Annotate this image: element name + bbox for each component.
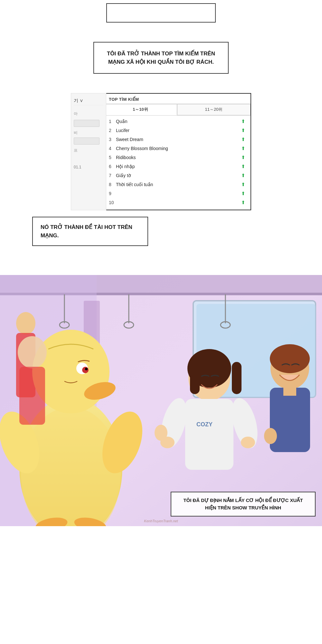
trend-icon-10: ⬆	[241, 200, 245, 205]
search-item-1[interactable]: 1 Quần ⬆	[104, 117, 251, 126]
trend-icon-6: ⬆	[241, 164, 245, 169]
manga-panel: COZY TÔI ĐÃ DỰ ĐỊNH NẮM LẤY CƠ HỘI ĐỂ ĐƯ…	[0, 275, 322, 526]
svg-rect-29	[190, 362, 200, 394]
item-name-3: Sweet Dream	[116, 137, 239, 142]
item-name-7: Giấy tờ	[116, 173, 239, 178]
svg-point-14	[16, 312, 35, 335]
item-name-2: Lucifer	[116, 128, 239, 133]
rank-4: 4	[109, 146, 116, 151]
rank-7: 7	[109, 173, 116, 178]
trend-icon-4: ⬆	[241, 146, 245, 151]
speech-text-1: TÔI ĐÃ TRỞ THÀNH TOP TÌM KIẾM TRÊN MẠNG …	[103, 50, 219, 66]
item-name-4: Cherry Blossom Blooming	[116, 146, 239, 151]
search-tabs[interactable]: 1～10위 11～20위	[104, 104, 251, 116]
trend-icon-1: ⬆	[241, 118, 245, 124]
panel-1	[0, 0, 322, 23]
side-navigation: 기 ∨ 아 비 프 01.1	[71, 93, 106, 210]
side-box-2	[74, 137, 99, 145]
panel-3-search: 기 ∨ 아 비 프 01.1 TOP TÌM KIẾM 1～10위 11～20위	[0, 87, 322, 213]
side-items: 아 비 프 01.1	[74, 111, 103, 169]
svg-rect-39	[270, 388, 310, 452]
rank-5: 5	[109, 155, 116, 160]
bottom-text: TÔI ĐÃ DỰ ĐỊNH NẮM LẤY CƠ HỘI ĐỂ ĐƯỢC XU…	[177, 497, 309, 511]
rank-8: 8	[109, 182, 116, 187]
svg-point-22	[85, 368, 88, 370]
speech-box-lower: NÓ TRỞ THÀNH ĐỀ TÀI HOT TRÊN MẠNG.	[32, 217, 148, 246]
svg-point-36	[241, 437, 255, 448]
search-ui: TOP TÌM KIẾM 1～10위 11～20위 1 Quần ⬆ 2 Luc…	[103, 93, 251, 210]
rank-1: 1	[109, 119, 116, 124]
search-item-3[interactable]: 3 Sweet Dream ⬆	[104, 135, 251, 144]
search-list: 1 Quần ⬆ 2 Lucifer ⬆ 3 Sweet Dream ⬆ 4 C…	[104, 116, 251, 210]
trend-icon-5: ⬆	[241, 155, 245, 160]
item-name-8: Thời tiết cuối tuần	[116, 182, 239, 187]
rank-3: 3	[109, 137, 116, 142]
search-item-10[interactable]: 10 ⬆	[104, 198, 251, 207]
svg-rect-40	[283, 386, 296, 396]
trend-icon-3: ⬆	[241, 137, 245, 142]
search-title: TOP TÌM KIẾM	[109, 97, 139, 102]
search-item-2[interactable]: 2 Lucifer ⬆	[104, 126, 251, 135]
svg-point-41	[18, 336, 47, 368]
svg-rect-31	[185, 399, 233, 470]
manga-illustration: COZY	[0, 275, 322, 526]
search-item-6[interactable]: 6 Hội nhập ⬆	[104, 162, 251, 171]
trend-icon-8: ⬆	[241, 182, 245, 187]
panel-3b: NÓ TRỞ THÀNH ĐỀ TÀI HOT TRÊN MẠNG.	[0, 213, 322, 259]
rank-9: 9	[109, 191, 116, 196]
svg-text:COZY: COZY	[196, 421, 213, 428]
search-item-4[interactable]: 4 Cherry Blossom Blooming ⬆	[104, 144, 251, 153]
svg-point-44	[264, 428, 277, 444]
tab-1-10[interactable]: 1～10위	[104, 104, 177, 115]
item-name-6: Hội nhập	[116, 164, 239, 169]
item-name-1: Quần	[116, 119, 239, 124]
search-item-5[interactable]: 5 Ridibooks ⬆	[104, 153, 251, 162]
tab-11-20[interactable]: 11～20위	[177, 104, 251, 115]
svg-point-21	[82, 367, 89, 373]
top-box	[106, 3, 216, 23]
trend-icon-7: ⬆	[241, 173, 245, 178]
search-item-7[interactable]: 7 Giấy tờ ⬆	[104, 171, 251, 180]
rank-2: 2	[109, 128, 116, 133]
svg-point-43	[155, 425, 167, 441]
svg-rect-42	[19, 367, 45, 425]
search-wrapper: 기 ∨ 아 비 프 01.1 TOP TÌM KIẾM 1～10위 11～20위	[71, 93, 251, 210]
trend-icon-2: ⬆	[241, 128, 245, 133]
rank-6: 6	[109, 164, 116, 169]
side-box-1	[74, 120, 99, 127]
svg-rect-30	[232, 362, 242, 394]
search-header: TOP TÌM KIẾM	[104, 94, 251, 104]
trend-icon-9: ⬆	[241, 191, 245, 196]
date-label: 01.1	[74, 165, 103, 169]
side-nav-label[interactable]: 기 ∨	[74, 97, 103, 105]
side-label-b: 비	[74, 130, 103, 136]
watermark: KenhTruyenTranh.net	[144, 519, 178, 523]
spacer	[0, 259, 322, 275]
side-label-a: 아	[74, 111, 103, 117]
speech-text-lower: NÓ TRỞ THÀNH ĐỀ TÀI HOT TRÊN MẠNG.	[41, 223, 140, 240]
search-item-9[interactable]: 9 ⬆	[104, 189, 251, 198]
rank-10: 10	[109, 200, 116, 205]
side-label-c: 프	[74, 148, 103, 153]
search-item-8[interactable]: 8 Thời tiết cuối tuần ⬆	[104, 180, 251, 189]
speech-box-1: TÔI ĐÃ TRỞ THÀNH TOP TÌM KIẾM TRÊN MẠNG …	[93, 42, 229, 74]
svg-point-38	[270, 344, 310, 373]
panel-2: TÔI ĐÃ TRỞ THÀNH TOP TÌM KIẾM TRÊN MẠNG …	[0, 23, 322, 87]
item-name-5: Ridibooks	[116, 155, 239, 160]
bottom-text-box: TÔI ĐÃ DỰ ĐỊNH NẮM LẤY CƠ HỘI ĐỂ ĐƯỢC XU…	[171, 492, 316, 516]
